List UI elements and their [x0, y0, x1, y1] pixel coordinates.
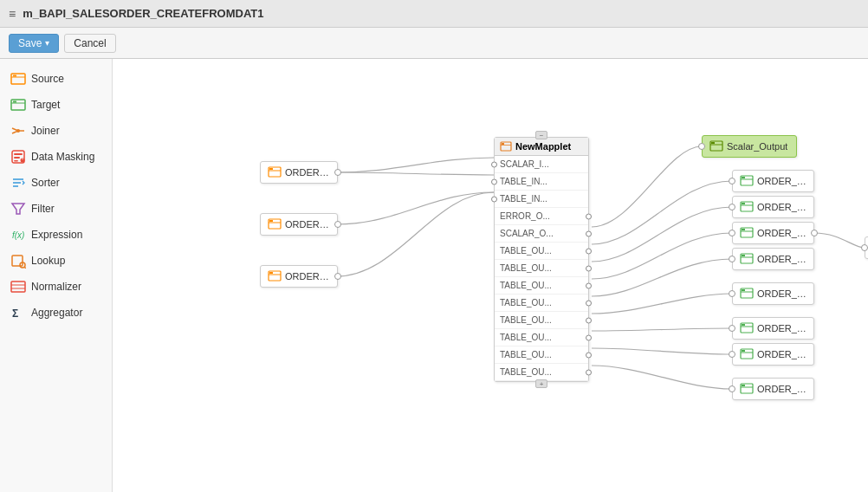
sidebar-item-sorter[interactable]: Sorter	[0, 170, 112, 196]
sidebar-item-lookup-label: Lookup	[31, 255, 65, 267]
svg-marker-16	[12, 204, 24, 214]
port-table-in-2-left[interactable]	[491, 196, 497, 202]
port-table-in-1-left[interactable]	[491, 178, 497, 184]
node-order-c5[interactable]: ORDER_C...	[732, 317, 814, 340]
mapplet-node[interactable]: − NewMapplet SCALAR_I... TABLE_IN...	[494, 137, 589, 382]
port-error-o[interactable]: ERROR_O...	[495, 208, 588, 225]
port-scalar-i[interactable]: SCALAR_I...	[495, 156, 588, 173]
port-table-ou-3[interactable]: TABLE_OU...	[495, 277, 588, 295]
save-button[interactable]: Save ▾	[9, 34, 59, 53]
cancel-button[interactable]: Cancel	[64, 34, 115, 53]
sidebar-item-target[interactable]: Target	[0, 92, 112, 118]
svg-rect-33	[269, 272, 273, 274]
target-icon	[10, 97, 26, 113]
port-table-ou-4[interactable]: TABLE_OU...	[495, 295, 588, 312]
header: ≡ m_BAPI_SALESORDER_CREATEFROMDAT1	[0, 0, 868, 28]
port-scalar-i-left[interactable]	[491, 161, 497, 167]
port-scalar-o-right[interactable]	[586, 230, 592, 236]
port-table-ou-6-right[interactable]	[586, 334, 592, 340]
svg-rect-18	[12, 256, 23, 266]
sorter-icon	[10, 175, 26, 191]
sidebar-item-filter-label: Filter	[31, 203, 55, 215]
svg-rect-48	[742, 229, 745, 230]
port-table-ou-3-right[interactable]	[586, 282, 592, 288]
port-table-in-2[interactable]: TABLE_IN...	[495, 191, 588, 208]
sidebar-item-data-masking-label: Data Masking	[31, 151, 94, 163]
port-table-ou-1-right[interactable]	[586, 248, 592, 254]
port-order-c1-left[interactable]	[729, 178, 735, 184]
svg-rect-5	[13, 101, 16, 103]
sidebar-item-joiner[interactable]: Joiner	[0, 118, 112, 144]
mapplet-title: NewMapplet	[515, 141, 571, 152]
canvas[interactable]: ORDER_HE... ORDER_IT...	[113, 59, 868, 492]
port-order-cf-right[interactable]	[811, 230, 818, 236]
port-table-ou-8[interactable]: TABLE_OU...	[495, 364, 588, 381]
port-table-ou-1[interactable]: TABLE_OU...	[495, 243, 588, 260]
order-s-icon	[740, 382, 754, 396]
svg-rect-9	[14, 157, 20, 159]
sidebar-item-aggregator[interactable]: Σ Aggregator	[0, 300, 112, 326]
port-order-s-left[interactable]	[729, 385, 735, 392]
sidebar-item-lookup[interactable]: Lookup	[0, 248, 112, 274]
port-table-ou-7[interactable]: TABLE_OU...	[495, 346, 588, 364]
port-table-ou-5-right[interactable]	[586, 317, 592, 323]
port-scalar-output-left[interactable]	[698, 143, 705, 150]
svg-text:Σ: Σ	[12, 308, 18, 320]
port-table-ou-5[interactable]: TABLE_OU...	[495, 312, 588, 329]
port-order-cf-left[interactable]	[729, 230, 735, 236]
mapplet-expand-btn[interactable]: +	[535, 379, 547, 388]
svg-rect-45	[742, 203, 745, 204]
svg-rect-60	[742, 350, 745, 352]
svg-point-6	[16, 129, 20, 133]
port-table-ou-2-right[interactable]	[586, 265, 592, 271]
order-c1-icon	[740, 174, 754, 188]
scalar-output-icon	[709, 139, 723, 153]
mapplet-collapse-btn[interactable]: −	[535, 131, 547, 139]
joiner-icon	[10, 123, 26, 139]
order-it-icon	[268, 217, 282, 231]
port-table-ou-8-right[interactable]	[586, 369, 592, 375]
sidebar-item-source[interactable]: Source	[0, 66, 112, 92]
save-dropdown-arrow[interactable]: ▾	[45, 38, 49, 48]
port-error-o-right[interactable]	[586, 213, 592, 219]
port-order-c2-left[interactable]	[729, 204, 735, 210]
svg-rect-8	[14, 153, 23, 155]
sidebar-item-filter[interactable]: Filter	[0, 196, 112, 222]
node-order-it[interactable]: ORDER_IT...	[260, 213, 338, 236]
port-scalar-o[interactable]: SCALAR_O...	[495, 225, 588, 243]
node-order-he[interactable]: ORDER_HE...	[260, 161, 338, 184]
order-it2-icon	[740, 347, 754, 361]
node-order-it2[interactable]: ORDER_IT...	[732, 343, 814, 366]
port-order-c5-left[interactable]	[729, 325, 735, 332]
expression-icon: f(x)	[10, 227, 26, 243]
node-order-c2[interactable]: ORDER_C...	[732, 196, 814, 218]
filter-icon	[10, 201, 26, 217]
node-order-s[interactable]: ORDER_S...	[732, 378, 814, 400]
node-scalar-output[interactable]: Scalar_Output	[702, 135, 797, 158]
node-order-c2-label: ORDER_C...	[757, 202, 806, 212]
svg-rect-30	[269, 220, 273, 222]
port-table-ou-6[interactable]: TABLE_OU...	[495, 329, 588, 346]
svg-rect-2	[13, 75, 16, 77]
port-order-c4-left[interactable]	[729, 290, 735, 297]
sidebar-item-normalizer[interactable]: Normalizer	[0, 274, 112, 300]
port-order-it-right[interactable]	[334, 221, 341, 228]
port-table-in-1[interactable]: TABLE_IN...	[495, 173, 588, 191]
port-error-output-left[interactable]	[861, 244, 868, 251]
sidebar-item-expression[interactable]: f(x) Expression	[0, 222, 112, 248]
port-table-ou-4-right[interactable]	[586, 300, 592, 306]
port-order-he-right[interactable]	[334, 169, 341, 176]
node-order-cf[interactable]: ORDER_CF...	[732, 222, 814, 244]
node-order-c1[interactable]: ORDER_C...	[732, 170, 814, 192]
node-order-c3[interactable]: ORDER_C...	[732, 248, 814, 270]
port-table-ou-2[interactable]: TABLE_OU...	[495, 260, 588, 277]
port-table-ou-7-right[interactable]	[586, 352, 592, 358]
port-order-c3-left[interactable]	[729, 256, 735, 262]
port-order-it2-left[interactable]	[729, 351, 735, 358]
node-error-output[interactable]: Error_Output	[865, 236, 868, 259]
port-order-p-right[interactable]	[334, 273, 341, 280]
normalizer-icon	[10, 279, 26, 295]
node-order-c4[interactable]: ORDER_C...	[732, 282, 814, 305]
sidebar-item-data-masking[interactable]: * Data Masking	[0, 144, 112, 170]
node-order-p[interactable]: ORDER_P...	[260, 265, 338, 288]
